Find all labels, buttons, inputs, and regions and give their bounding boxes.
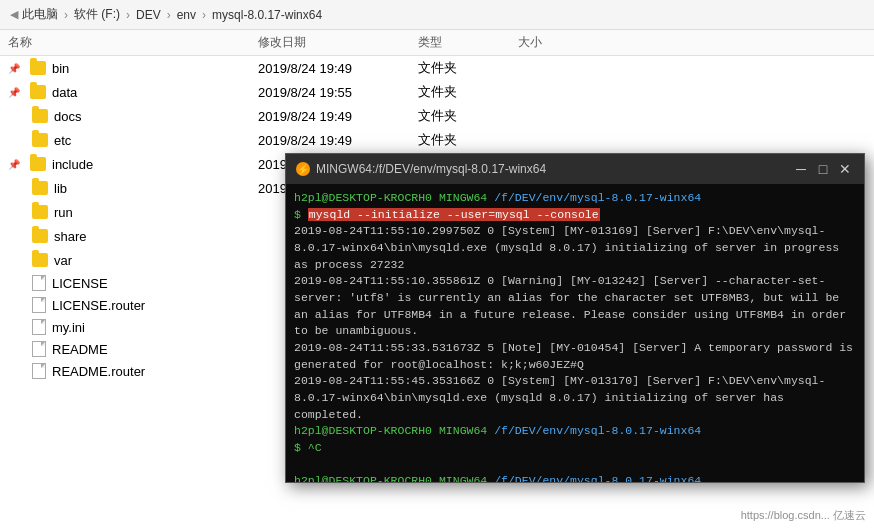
folder-icon: [32, 229, 48, 243]
file-name: LICENSE.router: [8, 297, 258, 313]
terminal-text-line: 2019-08-24T11:55:45.353166Z 0 [System] […: [294, 373, 856, 423]
terminal-shell: MINGW64: [439, 191, 494, 204]
file-type: 文件夹: [418, 83, 518, 101]
file-label: share: [54, 229, 87, 244]
terminal-window: ⚡ MINGW64:/f/DEV/env/mysql-8.0.17-winx64…: [285, 153, 865, 483]
watermark: https://blog.csdn... 亿速云: [741, 508, 866, 523]
terminal-command-line: $ mysqld --initialize --user=mysql --con…: [294, 207, 856, 224]
file-name: README.router: [8, 363, 258, 379]
terminal-titlebar: ⚡ MINGW64:/f/DEV/env/mysql-8.0.17-winx64…: [286, 154, 864, 184]
terminal-user: h2pl@DESKTOP-KROCRH0: [294, 474, 439, 482]
explorer-header: ◀ 此电脑 › 软件 (F:) › DEV › env › mysql-8.0.…: [0, 0, 874, 30]
file-label: etc: [54, 133, 71, 148]
file-name: share: [8, 229, 258, 244]
file-name: docs: [8, 109, 258, 124]
terminal-path: /f/DEV/env/mysql-8.0.17-winx64: [494, 474, 701, 482]
terminal-shell: MINGW64: [439, 474, 494, 482]
terminal-user: h2pl@DESKTOP-KROCRH0: [294, 191, 439, 204]
file-label: lib: [54, 181, 67, 196]
file-icon: [32, 319, 46, 335]
terminal-controls: ─ □ ✕: [792, 160, 854, 178]
terminal-app-icon: ⚡: [296, 162, 310, 176]
terminal-shell: MINGW64: [439, 424, 494, 437]
pin-icon: 📌: [8, 87, 20, 98]
file-icon: [32, 297, 46, 313]
file-name: LICENSE: [8, 275, 258, 291]
folder-icon: [32, 205, 48, 219]
file-date: 2019/8/24 19:55: [258, 85, 418, 100]
terminal-blank-line: [294, 457, 856, 474]
terminal-body: h2pl@DESKTOP-KROCRH0 MINGW64 /f/DEV/env/…: [286, 184, 864, 482]
terminal-user: h2pl@DESKTOP-KROCRH0: [294, 424, 439, 437]
col-name: 名称: [8, 34, 258, 51]
folder-icon: [30, 85, 46, 99]
terminal-dollar: $: [294, 208, 308, 221]
breadcrumb-item-pc[interactable]: 此电脑: [22, 6, 58, 23]
file-row[interactable]: 📌bin2019/8/24 19:49文件夹: [0, 56, 874, 80]
file-date: 2019/8/24 19:49: [258, 61, 418, 76]
file-date: 2019/8/24 19:49: [258, 133, 418, 148]
col-size: 大小: [518, 34, 598, 51]
file-label: README: [52, 342, 108, 357]
col-date: 修改日期: [258, 34, 418, 51]
terminal-text-line: 2019-08-24T11:55:10.355861Z 0 [Warning] …: [294, 273, 856, 340]
folder-icon: [32, 253, 48, 267]
file-name: 📌bin: [8, 61, 258, 76]
file-label: run: [54, 205, 73, 220]
file-name: lib: [8, 181, 258, 196]
terminal-ctrlc-line: $ ^C: [294, 440, 856, 457]
terminal-command-text: mysqld --initialize --user=mysql --conso…: [308, 208, 600, 221]
file-name: run: [8, 205, 258, 220]
file-label: docs: [54, 109, 81, 124]
file-type: 文件夹: [418, 107, 518, 125]
breadcrumb-item-mysql[interactable]: mysql-8.0.17-winx64: [212, 8, 322, 22]
file-label: LICENSE.router: [52, 298, 145, 313]
file-label: include: [52, 157, 93, 172]
col-type: 类型: [418, 34, 518, 51]
terminal-path: /f/DEV/env/mysql-8.0.17-winx64: [494, 424, 701, 437]
file-list-header: 名称 修改日期 类型 大小: [0, 30, 874, 56]
terminal-minimize-button[interactable]: ─: [792, 160, 810, 178]
file-icon: [32, 363, 46, 379]
file-label: LICENSE: [52, 276, 108, 291]
file-name: etc: [8, 133, 258, 148]
file-type: 文件夹: [418, 131, 518, 149]
terminal-title: MINGW64:/f/DEV/env/mysql-8.0.17-winx64: [316, 162, 546, 176]
file-name: README: [8, 341, 258, 357]
file-icon: [32, 341, 46, 357]
folder-icon: [30, 61, 46, 75]
pin-icon: 📌: [8, 63, 20, 74]
file-icon: [32, 275, 46, 291]
terminal-prompt-line: h2pl@DESKTOP-KROCRH0 MINGW64 /f/DEV/env/…: [294, 423, 856, 440]
nav-back-icon[interactable]: ◀: [10, 8, 18, 21]
terminal-text-line: 2019-08-24T11:55:10.299750Z 0 [System] […: [294, 223, 856, 273]
file-name: var: [8, 253, 258, 268]
file-name: 📌data: [8, 85, 258, 100]
file-type: 文件夹: [418, 59, 518, 77]
pin-icon: 📌: [8, 159, 20, 170]
folder-icon: [32, 133, 48, 147]
breadcrumb-item-drive[interactable]: 软件 (F:): [74, 6, 120, 23]
file-label: data: [52, 85, 77, 100]
terminal-title-left: ⚡ MINGW64:/f/DEV/env/mysql-8.0.17-winx64: [296, 162, 546, 176]
terminal-maximize-button[interactable]: □: [814, 160, 832, 178]
terminal-path: /f/DEV/env/mysql-8.0.17-winx64: [494, 191, 701, 204]
breadcrumb-item-dev[interactable]: DEV: [136, 8, 161, 22]
file-label: var: [54, 253, 72, 268]
terminal-text-line: 2019-08-24T11:55:33.531673Z 5 [Note] [MY…: [294, 340, 856, 373]
terminal-prompt-line: h2pl@DESKTOP-KROCRH0 MINGW64 /f/DEV/env/…: [294, 473, 856, 482]
folder-icon: [32, 181, 48, 195]
terminal-close-button[interactable]: ✕: [836, 160, 854, 178]
folder-icon: [32, 109, 48, 123]
breadcrumb-item-env[interactable]: env: [177, 8, 196, 22]
terminal-prompt-line: h2pl@DESKTOP-KROCRH0 MINGW64 /f/DEV/env/…: [294, 190, 856, 207]
file-date: 2019/8/24 19:49: [258, 109, 418, 124]
file-row[interactable]: etc2019/8/24 19:49文件夹: [0, 128, 874, 152]
folder-icon: [30, 157, 46, 171]
file-name: my.ini: [8, 319, 258, 335]
file-label: README.router: [52, 364, 145, 379]
file-label: bin: [52, 61, 69, 76]
file-label: my.ini: [52, 320, 85, 335]
file-row[interactable]: 📌data2019/8/24 19:55文件夹: [0, 80, 874, 104]
file-row[interactable]: docs2019/8/24 19:49文件夹: [0, 104, 874, 128]
